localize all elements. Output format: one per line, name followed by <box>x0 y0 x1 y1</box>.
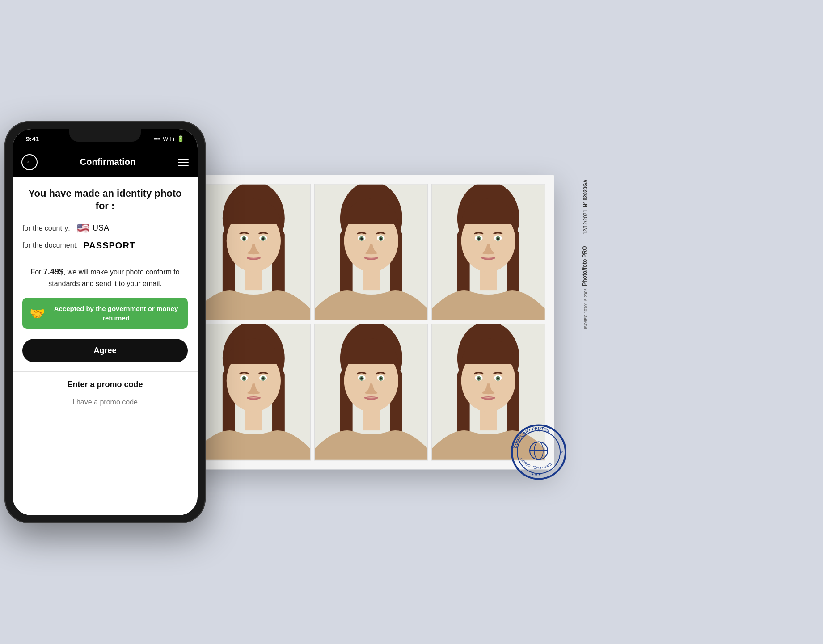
country-label: for the country: <box>22 224 72 232</box>
promo-label: Enter a promo code <box>22 380 188 389</box>
photo-sheet: N° 82020GA 12/12/2021 Photo/foto PRO ISO… <box>188 175 554 469</box>
passport-photo-5 <box>315 324 428 460</box>
sheet-date: 12/12/2021 <box>582 210 588 234</box>
nav-title: Confirmation <box>80 157 135 167</box>
headline-text: You have made an identity photo for : <box>22 187 188 213</box>
handshake-icon: 🤝 <box>30 306 45 321</box>
photo-cell-3 <box>431 184 545 320</box>
photo-cell-1 <box>197 184 311 320</box>
svg-point-72 <box>512 425 566 479</box>
divider-2 <box>13 371 198 372</box>
screen-content: You have made an identity photo for : fo… <box>13 177 198 420</box>
iso-text: ISO/IEC 10701-5:2005 <box>583 289 588 329</box>
divider-1 <box>22 258 188 258</box>
phone-mockup: 9:41 ▪▪▪ WiFi 🔋 ← Confirmation <box>0 121 210 523</box>
compliance-stamp: COMPLIANT PHOTOS ISO/IEC · ICAO · OACI ★… <box>510 423 568 483</box>
phone-screen: 9:41 ▪▪▪ WiFi 🔋 ← Confirmation <box>13 129 198 515</box>
back-icon: ← <box>25 157 34 167</box>
serial-number: N° 82020GA <box>582 179 588 207</box>
svg-point-46 <box>243 377 245 379</box>
flag-icon: 🇺🇸 <box>77 223 89 234</box>
svg-text:★ ★ ★: ★ ★ ★ <box>531 473 541 476</box>
svg-point-10 <box>243 237 245 240</box>
status-time: 9:41 <box>26 135 39 143</box>
svg-point-34 <box>478 237 480 240</box>
svg-point-58 <box>360 377 363 379</box>
brand-name: Photo/foto PRO <box>582 246 588 286</box>
guarantee-banner: 🤝 Accepted by the government or money re… <box>22 298 188 329</box>
document-row: for the document: PASSPORT <box>22 240 188 251</box>
price-section: For 7.49$, we will make your photo confo… <box>22 265 188 290</box>
passport-photo-1 <box>197 184 310 320</box>
phone-notch <box>69 129 141 142</box>
price-value: 7.49$ <box>43 267 63 276</box>
guarantee-text: Accepted by the government or money retu… <box>51 304 181 323</box>
photo-cell-2 <box>314 184 428 320</box>
menu-line-1 <box>178 159 189 160</box>
photo-sheet-wrapper: N° 82020GA 12/12/2021 Photo/foto PRO ISO… <box>188 175 554 469</box>
svg-point-11 <box>262 237 264 240</box>
back-button[interactable]: ← <box>21 154 38 170</box>
photo-cell-4 <box>197 324 311 461</box>
status-icons: ▪▪▪ WiFi 🔋 <box>154 135 184 142</box>
menu-line-3 <box>178 165 189 166</box>
svg-point-71 <box>497 377 499 379</box>
svg-text:★: ★ <box>537 429 540 433</box>
menu-line-2 <box>178 162 189 163</box>
stamp-svg: COMPLIANT PHOTOS ISO/IEC · ICAO · OACI ★… <box>510 423 568 481</box>
photo-cell-5 <box>314 324 428 461</box>
nav-bar: ← Confirmation <box>13 149 198 177</box>
signal-icon: ▪▪▪ <box>154 135 160 142</box>
passport-photo-3 <box>432 184 545 320</box>
wifi-icon: WiFi <box>163 135 174 142</box>
svg-point-70 <box>478 377 480 379</box>
country-value: 🇺🇸 USA <box>77 223 109 234</box>
svg-point-35 <box>497 237 499 240</box>
passport-photo-2 <box>315 184 428 320</box>
battery-icon: 🔋 <box>177 135 184 142</box>
svg-text:FO: FO <box>560 451 564 454</box>
passport-photo-4 <box>197 324 310 460</box>
country-row: for the country: 🇺🇸 USA <box>22 223 188 234</box>
promo-input[interactable] <box>22 395 188 410</box>
svg-point-47 <box>262 377 264 379</box>
agree-button[interactable]: Agree <box>22 339 188 362</box>
country-name: USA <box>93 223 109 233</box>
svg-point-59 <box>380 377 382 379</box>
phone-shell: 9:41 ▪▪▪ WiFi 🔋 ← Confirmation <box>4 121 206 523</box>
document-label: for the document: <box>22 241 78 249</box>
sheet-side-info: N° 82020GA 12/12/2021 Photo/foto PRO ISO… <box>582 179 588 329</box>
svg-point-22 <box>360 237 363 240</box>
menu-button[interactable] <box>178 159 189 166</box>
document-type: PASSPORT <box>84 240 136 251</box>
svg-point-23 <box>380 237 382 240</box>
